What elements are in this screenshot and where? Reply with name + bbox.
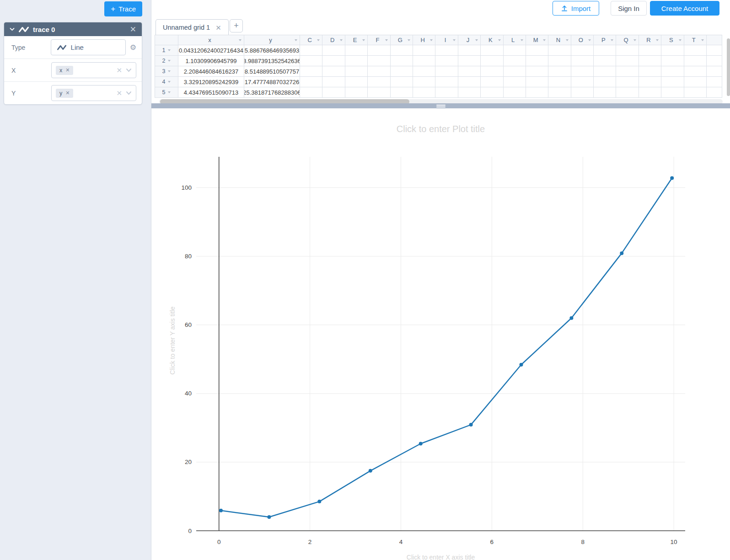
grid-cell[interactable]: [435, 56, 458, 66]
trace-panel-header[interactable]: trace 0 ✕: [4, 22, 142, 36]
import-button[interactable]: Import: [553, 1, 599, 16]
grid-cell[interactable]: 4.434769515090713: [178, 87, 244, 98]
column-header-L[interactable]: L: [504, 35, 526, 45]
grid-cell[interactable]: [571, 45, 594, 56]
gear-icon[interactable]: ⚙: [130, 43, 136, 52]
row-menu-icon[interactable]: [168, 60, 171, 62]
grid-cell[interactable]: [322, 56, 345, 66]
grid-cell[interactable]: [458, 87, 481, 98]
chevron-down-icon[interactable]: [126, 91, 132, 95]
grid-cell[interactable]: [391, 87, 413, 98]
column-menu-icon[interactable]: [385, 39, 388, 41]
grid-cell[interactable]: [594, 77, 616, 87]
grid-cell[interactable]: [639, 77, 661, 87]
row-number-cell[interactable]: 5: [155, 87, 178, 98]
grid-cell[interactable]: [504, 56, 526, 66]
column-menu-icon[interactable]: [701, 39, 704, 41]
grid-cell[interactable]: [458, 66, 481, 77]
grid-cell[interactable]: [594, 56, 616, 66]
x-token-chip[interactable]: x ✕: [56, 66, 73, 75]
grid-cell[interactable]: [571, 77, 594, 87]
grid-cell[interactable]: [322, 45, 345, 56]
row-menu-icon[interactable]: [168, 70, 171, 72]
grid-cell[interactable]: 5.886768646935693: [244, 45, 300, 56]
grid-cell[interactable]: [322, 66, 345, 77]
x-axis-title-placeholder[interactable]: Click to enter X axis title: [151, 554, 730, 560]
column-header-S[interactable]: S: [661, 35, 684, 45]
grid-cell[interactable]: [548, 56, 571, 66]
grid-cell[interactable]: [616, 77, 639, 87]
grid-cell[interactable]: [616, 87, 639, 98]
column-header-D[interactable]: D: [322, 35, 345, 45]
grid-vertical-scrollbar-thumb[interactable]: [727, 38, 730, 96]
chevron-down-icon[interactable]: [126, 68, 132, 72]
grid-cell[interactable]: [413, 56, 435, 66]
column-header-C[interactable]: C: [300, 35, 322, 45]
grid-cell[interactable]: [639, 66, 661, 77]
grid-cell[interactable]: [548, 87, 571, 98]
grid-cell[interactable]: [458, 45, 481, 56]
clear-icon[interactable]: ✕: [116, 67, 122, 74]
grid-cell[interactable]: [391, 66, 413, 77]
grid-cell[interactable]: 2.208446084616237: [178, 66, 244, 77]
grid-plot-splitter[interactable]: [151, 103, 730, 108]
grid-cell[interactable]: 3.329120895242939: [178, 77, 244, 87]
grid-cell[interactable]: [594, 45, 616, 56]
grid-cell[interactable]: [300, 45, 322, 56]
grid-cell[interactable]: [391, 45, 413, 56]
y-axis-title-placeholder[interactable]: Click to enter Y axis title: [169, 307, 176, 375]
grid-cell[interactable]: 8.514889510507757: [244, 66, 300, 77]
grid-cell[interactable]: [616, 56, 639, 66]
column-menu-icon[interactable]: [679, 39, 682, 41]
grid-cell[interactable]: [300, 56, 322, 66]
column-menu-icon[interactable]: [566, 39, 569, 41]
column-menu-icon[interactable]: [453, 39, 456, 41]
chevron-down-icon[interactable]: [10, 27, 15, 31]
grid-cell[interactable]: 1.10309906945799: [178, 56, 244, 66]
close-icon[interactable]: ✕: [215, 24, 221, 31]
grid-cell[interactable]: [300, 77, 322, 87]
column-header-H[interactable]: H: [413, 35, 435, 45]
column-header-y[interactable]: y: [244, 35, 300, 45]
column-header-M[interactable]: M: [526, 35, 548, 45]
grid-cell[interactable]: [391, 77, 413, 87]
x-column-select[interactable]: x ✕ ✕: [51, 62, 136, 78]
grid-cell[interactable]: [504, 66, 526, 77]
row-number-cell[interactable]: 3: [155, 66, 178, 77]
grid-cell[interactable]: [548, 77, 571, 87]
column-menu-icon[interactable]: [543, 39, 546, 41]
grid-cell[interactable]: [504, 87, 526, 98]
grid-cell[interactable]: [661, 56, 684, 66]
row-menu-icon[interactable]: [168, 91, 171, 93]
column-header-E[interactable]: E: [345, 35, 368, 45]
grid-cell[interactable]: [684, 77, 707, 87]
grid-cell[interactable]: [345, 45, 368, 56]
grid-cell[interactable]: [548, 66, 571, 77]
column-menu-icon[interactable]: [340, 39, 343, 41]
grid-cell[interactable]: [571, 87, 594, 98]
grid-cell[interactable]: [639, 45, 661, 56]
column-header-R[interactable]: R: [639, 35, 661, 45]
grid-cell[interactable]: [413, 87, 435, 98]
column-menu-icon[interactable]: [498, 39, 501, 41]
grid-cell[interactable]: [322, 77, 345, 87]
grid-cell[interactable]: 17.47774887032726: [244, 77, 300, 87]
column-header-O[interactable]: O: [571, 35, 594, 45]
column-header-F[interactable]: F: [368, 35, 390, 45]
grid-cell[interactable]: [481, 77, 503, 87]
remove-y-token-icon[interactable]: ✕: [65, 91, 70, 96]
grid-cell[interactable]: [345, 66, 368, 77]
grid-cell[interactable]: [435, 77, 458, 87]
grid-cell[interactable]: [368, 66, 390, 77]
column-header-K[interactable]: K: [481, 35, 503, 45]
grid-cell[interactable]: [368, 45, 390, 56]
grid-cell[interactable]: [368, 77, 390, 87]
column-header-T[interactable]: T: [684, 35, 707, 45]
column-header-x[interactable]: x: [178, 35, 244, 45]
grid-cell[interactable]: [616, 45, 639, 56]
row-number-cell[interactable]: 4: [155, 77, 178, 87]
grid-cell[interactable]: [458, 77, 481, 87]
grid-cell[interactable]: [526, 45, 548, 56]
column-header-N[interactable]: N: [548, 35, 571, 45]
column-menu-icon[interactable]: [475, 39, 478, 41]
